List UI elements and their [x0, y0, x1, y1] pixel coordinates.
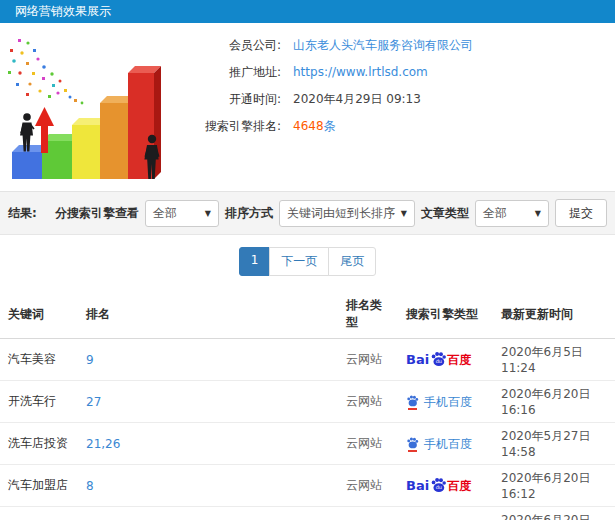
baidu-logo: Bai du 百度: [406, 350, 471, 370]
table-header-row: 关键词 排名 排名类型 搜索引擎类型 最新更新时间: [0, 290, 615, 339]
update-time-cell: 2020年6月5日 11:24: [493, 339, 615, 381]
rank-cell[interactable]: 27: [78, 381, 338, 423]
company-label: 会员公司:: [185, 37, 293, 54]
update-time-cell: 2020年5月27日 14:58: [493, 423, 615, 465]
promo-url-link[interactable]: https://www.lrtlsd.com: [293, 64, 428, 81]
result-label: 结果:: [8, 205, 37, 222]
rank-type-cell: 云网站: [338, 381, 398, 423]
header-update-time: 最新更新时间: [493, 290, 615, 339]
engine-filter-label: 分搜索引擎查看: [55, 205, 139, 222]
rank-unit: 条: [324, 119, 336, 133]
article-type-label: 文章类型: [421, 205, 469, 222]
sort-label: 排序方式: [225, 205, 273, 222]
submit-button[interactable]: 提交: [555, 199, 607, 227]
chevron-down-icon: ▼: [535, 209, 541, 218]
article-type-select[interactable]: 全部 ▼: [475, 200, 549, 227]
page-button-current[interactable]: 1: [239, 247, 271, 276]
header-rank-type: 排名类型: [338, 290, 398, 339]
mobile-baidu-paw-icon: [406, 394, 419, 410]
rank-type-cell: 云网站: [338, 507, 398, 520]
update-time-cell: 2020年6月20日 16:16: [493, 381, 615, 423]
open-time-label: 开通时间:: [185, 91, 293, 108]
keyword-cell: 汽车美容: [0, 339, 78, 381]
keyword-rank-table: 关键词 排名 排名类型 搜索引擎类型 最新更新时间 汽车美容 9 云网站 Bai…: [0, 290, 615, 520]
open-time-value: 2020年4月29日 09:13: [293, 91, 421, 108]
baidu-wordmark: Bai: [406, 353, 429, 366]
promo-url-label: 推广地址:: [185, 64, 293, 81]
article-type-value: 全部: [483, 205, 507, 222]
engine-cell: 手机百度: [398, 381, 493, 423]
mobile-baidu-logo: 手机百度: [406, 436, 472, 452]
rank-type-cell: 云网站: [338, 339, 398, 381]
page-button-next[interactable]: 下一页: [269, 247, 329, 276]
header-keyword: 关键词: [0, 290, 78, 339]
page-title-bar: 网络营销效果展示: [0, 0, 615, 23]
table-row[interactable]: 汽车美容 9 云网站 Bai du 百度 2020年6月5日 11:24: [0, 339, 615, 381]
header-engine-type: 搜索引擎类型: [398, 290, 493, 339]
table-row[interactable]: 加盟洗车店 25,28,28 云网站 手机百度 2020年6月20日 16:11: [0, 507, 615, 520]
engine-filter-select[interactable]: 全部 ▼: [145, 200, 219, 227]
keyword-cell: 开洗车行: [0, 381, 78, 423]
sort-select[interactable]: 关键词由短到长排序 ▼: [279, 200, 415, 227]
rank-cell[interactable]: 8: [78, 465, 338, 507]
mobile-baidu-logo: 手机百度: [406, 394, 472, 410]
header-rank: 排名: [78, 290, 338, 339]
filter-bar: 结果: 分搜索引擎查看 全部 ▼ 排序方式 关键词由短到长排序 ▼ 文章类型 全…: [0, 191, 615, 235]
chevron-down-icon: ▼: [205, 209, 211, 218]
table-row[interactable]: 汽车加盟店 8 云网站 Bai du 百度 2020年6月20日 16:12: [0, 465, 615, 507]
member-info-panel: 会员公司: 山东老人头汽车服务咨询有限公司 推广地址: https://www.…: [185, 29, 473, 191]
rank-cell[interactable]: 21,26: [78, 423, 338, 465]
summary-section: 会员公司: 山东老人头汽车服务咨询有限公司 推广地址: https://www.…: [0, 23, 615, 191]
bar-red: [128, 66, 161, 179]
baidu-paw-icon: du: [430, 476, 447, 493]
table-row[interactable]: 洗车店投资 21,26 云网站 手机百度 2020年5月27日 14:58: [0, 423, 615, 465]
baidu-wordmark: Bai: [406, 479, 429, 492]
update-time-cell: 2020年6月20日 16:12: [493, 465, 615, 507]
keyword-cell: 洗车店投资: [0, 423, 78, 465]
engine-cell: 手机百度: [398, 507, 493, 520]
baidu-paw-text: du: [436, 484, 442, 490]
baidu-cn-wordmark: 百度: [447, 480, 471, 492]
baidu-cn-wordmark: 百度: [447, 354, 471, 366]
mobile-baidu-label: 手机百度: [424, 438, 472, 450]
pagination: 1 下一页 尾页: [0, 235, 615, 290]
update-time-cell: 2020年6月20日 16:11: [493, 507, 615, 520]
rank-count: 4648: [293, 119, 324, 133]
promo-url-row: 推广地址: https://www.lrtlsd.com: [185, 64, 473, 81]
engine-filter-value: 全部: [153, 205, 177, 222]
engine-cell: 手机百度: [398, 423, 493, 465]
confetti-dots: [8, 39, 83, 104]
mobile-baidu-label: 手机百度: [424, 396, 472, 408]
open-time-row: 开通时间: 2020年4月29日 09:13: [185, 91, 473, 108]
engine-cell: Bai du 百度: [398, 465, 493, 507]
company-link[interactable]: 山东老人头汽车服务咨询有限公司: [293, 37, 473, 54]
filter-controls: 分搜索引擎查看 全部 ▼ 排序方式 关键词由短到长排序 ▼ 文章类型 全部 ▼ …: [55, 199, 607, 227]
keyword-cell: 加盟洗车店: [0, 507, 78, 520]
baidu-paw-text: du: [436, 358, 442, 364]
company-row: 会员公司: 山东老人头汽车服务咨询有限公司: [185, 37, 473, 54]
growth-chart-illustration: [0, 29, 185, 189]
keyword-cell: 汽车加盟店: [0, 465, 78, 507]
rank-cell[interactable]: 25,28,28: [78, 507, 338, 520]
chevron-down-icon: ▼: [401, 209, 407, 218]
page-title: 网络营销效果展示: [15, 4, 111, 18]
table-row[interactable]: 开洗车行 27 云网站 手机百度 2020年6月20日 16:16: [0, 381, 615, 423]
engine-rank-row: 搜索引擎排名: 4648条: [185, 118, 473, 135]
mobile-baidu-paw-icon: [406, 436, 419, 452]
page-button-last[interactable]: 尾页: [328, 247, 376, 276]
baidu-logo: Bai du 百度: [406, 476, 471, 496]
engine-rank-label: 搜索引擎排名:: [185, 118, 293, 135]
red-underline: [408, 408, 417, 410]
engine-rank-value: 4648条: [293, 118, 336, 135]
rank-cell[interactable]: 9: [78, 339, 338, 381]
sort-value: 关键词由短到长排序: [287, 205, 395, 222]
rank-type-cell: 云网站: [338, 423, 398, 465]
baidu-paw-icon: du: [430, 350, 447, 367]
red-underline: [408, 450, 417, 452]
engine-cell: Bai du 百度: [398, 339, 493, 381]
rank-type-cell: 云网站: [338, 465, 398, 507]
